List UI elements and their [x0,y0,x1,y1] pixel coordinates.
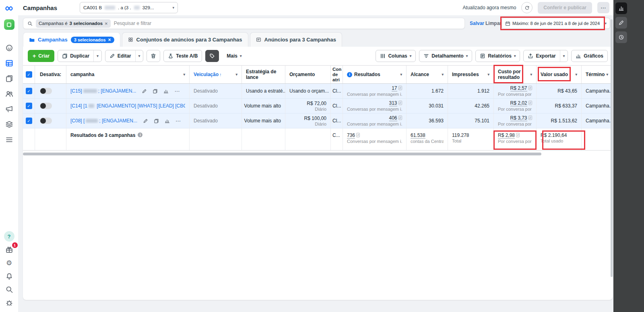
tags-button[interactable] [205,50,219,62]
clear-filter-link[interactable]: Limpar [485,21,502,26]
vertical-scrollbar[interactable] [611,19,613,277]
cost-value[interactable]: R$ 2,57 [510,85,527,91]
chevron-down-icon[interactable]: ▾ [528,73,532,76]
refresh-button[interactable] [521,2,533,13]
charts-button[interactable]: Gráficos [571,50,608,62]
header-delivery[interactable]: Veiculação ↑ ▾ [190,66,242,83]
publish-button[interactable]: Conferir e publicar [538,2,592,14]
account-selector[interactable]: CA001 B. a (3 .329... ▾ [80,2,178,13]
cost-value[interactable]: R$ 3,73 [510,115,527,121]
row-checkbox[interactable]: ✓ [26,118,32,124]
ads-promo-nav-icon[interactable] [3,104,15,114]
chevron-down-icon[interactable]: ▾ [605,73,608,76]
view-charts-icon[interactable] [165,118,170,124]
header-budget[interactable]: Orçamento [285,66,331,83]
view-charts-icon[interactable] [163,89,169,94]
spent-total: R$ 2.190,64 [541,132,567,138]
search-button[interactable] [3,284,15,295]
filter-chip[interactable]: Campanhas é 3 selecionados × [36,19,111,28]
select-all-checkbox[interactable]: ✓ [26,71,32,78]
catalog-nav-icon[interactable] [3,119,15,130]
campaign-name-link[interactable]: [C08] [; [ENGAJAMEN... [70,118,137,124]
header-bid-strategy[interactable]: Estratégia de lance [242,66,285,83]
more-options-button[interactable]: ⋯ [597,2,609,13]
export-dropdown[interactable]: ▾ [560,50,568,62]
edit-icon[interactable] [142,89,147,94]
edit-icon[interactable] [143,118,148,124]
audiences-nav-icon[interactable] [3,89,15,99]
ab-test-button[interactable]: Teste A/B [163,50,202,62]
horizontal-scrollbar[interactable] [23,153,541,155]
chevron-down-icon[interactable]: ▾ [234,73,237,76]
breakdown-button[interactable]: Detalhamento ▾ [419,50,472,62]
search-input[interactable] [114,21,460,26]
campaign-active-toggle[interactable] [40,118,52,124]
settings-button[interactable]: ⚙ [3,258,15,268]
tab-adsets[interactable]: Conjuntos de anúncios para 3 Campanhas [122,32,248,47]
results-value[interactable]: 313 [389,100,397,106]
help-button[interactable]: ? [3,231,15,242]
meta-logo[interactable] [3,3,15,14]
remove-filter-icon[interactable]: × [105,21,108,26]
charts-panel-button[interactable] [615,2,627,14]
results-value[interactable]: 406 [389,115,397,121]
campaign-name-link[interactable]: [C15]; [ENGAJAMEN... [70,88,136,94]
header-impressions[interactable]: Impressões ▾ [448,66,494,83]
notifications-button[interactable] [3,271,15,281]
duplicate-icon[interactable] [153,89,158,94]
create-button[interactable]: + Criar [28,50,54,62]
clear-selection-icon[interactable]: × [108,37,111,42]
header-ends[interactable]: Término ▾ [582,66,613,83]
report-bug-button[interactable] [3,298,15,308]
campaign-active-toggle[interactable] [40,88,52,94]
more-actions-icon[interactable]: ⋯ [175,118,181,124]
columns-button[interactable]: Colunas ▾ [376,50,416,62]
chevron-down-icon[interactable]: ▾ [440,73,444,76]
all-tools-menu-icon[interactable] [3,134,15,145]
duplicate-icon[interactable] [154,118,159,124]
chevron-down-icon[interactable]: ▾ [398,73,402,76]
header-attribution[interactable]: Con de atri [331,66,343,83]
edit-dropdown[interactable]: ▾ [135,50,143,62]
row-checkbox[interactable]: ✓ [26,88,32,94]
account-overview-icon[interactable] [3,43,15,53]
cost-total[interactable]: R$ 2,98 [498,132,515,138]
row-checkbox[interactable]: ✓ [26,103,32,109]
results-total[interactable]: 736 [347,132,355,138]
pages-nav-icon[interactable] [3,73,15,84]
delete-button[interactable] [147,50,160,62]
campaign-name-link[interactable]: [C14] [1 [ENGAJAMENTO] [WHATS] [LEAD] [C… [70,103,185,109]
tab-ads[interactable]: Anúncios para 3 Campanhas [250,32,342,47]
cost-value[interactable]: R$ 2,02 [510,100,527,106]
header-amount-spent[interactable]: Valor usado ▾ [537,66,582,83]
campaign-active-toggle[interactable] [40,103,52,109]
duplicate-dropdown[interactable]: ▾ [93,50,101,62]
header-campaign[interactable]: campanha ▾ [66,66,190,83]
tab-campaigns[interactable]: Campanhas 3 selecionados × [23,32,120,47]
header-cost-per-result[interactable]: Custo por resultado ▾ [494,66,537,83]
chevron-down-icon[interactable]: ▾ [574,73,577,76]
reports-button[interactable]: Relatórios ▾ [475,50,520,62]
header-off[interactable]: Desativa: [35,66,66,83]
chevron-down-icon[interactable]: ▾ [182,73,185,76]
activity-history-button[interactable] [615,31,627,43]
whats-new-button[interactable]: 1 [3,244,15,255]
header-results[interactable]: i Resultados ▾ [343,66,407,83]
edit-panel-button[interactable] [615,17,627,29]
results-value[interactable]: 17 [392,85,397,91]
business-account-avatar[interactable] [3,19,15,30]
duplicate-button[interactable]: Duplicar [58,50,93,62]
campaigns-nav-icon[interactable] [3,58,15,68]
export-button[interactable]: Exportar [524,50,559,62]
date-range-picker[interactable]: Máximo: 8 de jun de 2021 a 8 de jul de 2… [502,18,610,29]
header-reach[interactable]: Alcance ▾ [407,66,448,83]
row-select-cell: ✓ [23,84,35,98]
save-filter-link[interactable]: Salvar [470,21,484,26]
chevron-down-icon[interactable]: ▾ [486,73,489,76]
info-icon[interactable]: i [347,72,352,77]
more-tools-button[interactable]: Mais ▾ [222,50,246,62]
more-actions-icon[interactable]: ⋯ [174,89,180,94]
reach-total[interactable]: 61.538 [411,132,425,138]
edit-button[interactable]: Editar [105,50,135,62]
info-icon[interactable]: i [138,132,142,137]
